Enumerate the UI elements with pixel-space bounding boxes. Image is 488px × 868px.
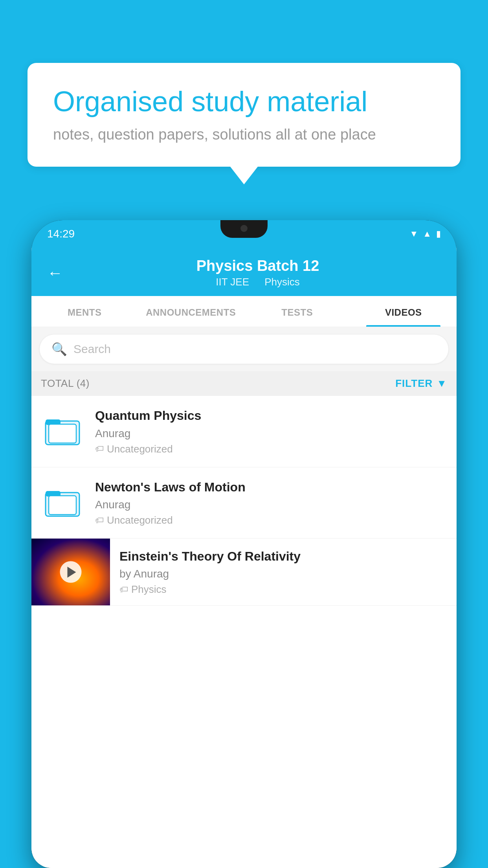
signal-icon: ▲ <box>423 229 431 239</box>
speech-bubble-section: Organised study material notes, question… <box>28 63 460 184</box>
video-thumbnail-2 <box>41 481 84 524</box>
tag-icon-3: 🏷 <box>119 585 128 595</box>
tab-ments[interactable]: MENTS <box>31 296 138 327</box>
video-title-3: Einstein's Theory Of Relativity <box>119 548 447 565</box>
bubble-title: Organised study material <box>53 85 435 118</box>
tag-text-1: Uncategorized <box>107 443 173 455</box>
filter-icon: ▼ <box>437 377 447 390</box>
battery-icon: ▮ <box>436 229 441 239</box>
list-item[interactable]: Einstein's Theory Of Relativity by Anura… <box>31 539 457 606</box>
tabs-bar: MENTS ANNOUNCEMENTS TESTS VIDEOS <box>31 296 457 327</box>
filter-label: FILTER <box>395 377 433 390</box>
video-list: Quantum Physics Anurag 🏷 Uncategorized <box>31 396 457 868</box>
subtitle-physics: Physics <box>264 276 300 288</box>
status-bar: 14:29 ▼ ▲ ▮ <box>31 220 457 248</box>
video-author-2: Anurag <box>95 498 447 511</box>
search-bar[interactable]: 🔍 Search <box>39 334 449 364</box>
play-button[interactable] <box>60 561 82 583</box>
tab-tests[interactable]: TESTS <box>244 296 350 327</box>
list-item[interactable]: Newton's Laws of Motion Anurag 🏷 Uncateg… <box>31 467 457 539</box>
notch <box>220 220 268 238</box>
app-screen: ← Physics Batch 12 IIT JEE Physics MENTS… <box>31 248 457 868</box>
video-info-1: Quantum Physics Anurag 🏷 Uncategorized <box>95 408 447 455</box>
video-author-1: Anurag <box>95 427 447 440</box>
search-bar-wrapper: 🔍 Search <box>31 327 457 371</box>
status-icons: ▼ ▲ ▮ <box>409 229 441 239</box>
einstein-thumbnail <box>31 539 110 605</box>
tab-videos[interactable]: VIDEOS <box>350 296 457 327</box>
filter-row: TOTAL (4) FILTER ▼ <box>31 371 457 396</box>
wifi-icon: ▼ <box>409 229 418 239</box>
video-info-2: Newton's Laws of Motion Anurag 🏷 Uncateg… <box>95 479 447 527</box>
search-icon: 🔍 <box>51 342 67 357</box>
tag-text-2: Uncategorized <box>107 514 173 526</box>
tag-text-3: Physics <box>131 583 167 596</box>
video-tag-1: 🏷 Uncategorized <box>95 443 447 455</box>
bubble-subtitle: notes, question papers, solutions all at… <box>53 126 435 143</box>
video-tag-2: 🏷 Uncategorized <box>95 514 447 526</box>
svg-rect-2 <box>49 424 76 443</box>
video-title-2: Newton's Laws of Motion <box>95 479 447 496</box>
video-author-3: by Anurag <box>119 568 447 580</box>
search-placeholder: Search <box>73 342 111 356</box>
back-button[interactable]: ← <box>47 264 63 282</box>
video-tag-3: 🏷 Physics <box>119 583 447 596</box>
header-title-block: Physics Batch 12 IIT JEE Physics <box>75 257 441 288</box>
tag-icon-2: 🏷 <box>95 515 104 526</box>
svg-rect-5 <box>49 496 76 515</box>
camera-dot <box>240 225 248 232</box>
list-item[interactable]: Quantum Physics Anurag 🏷 Uncategorized <box>31 396 457 467</box>
play-icon <box>67 566 76 577</box>
speech-bubble-card: Organised study material notes, question… <box>28 63 460 167</box>
video-info-3: Einstein's Theory Of Relativity by Anura… <box>110 541 457 604</box>
tag-icon-1: 🏷 <box>95 444 104 454</box>
phone-frame: 14:29 ▼ ▲ ▮ ← Physics Batch 12 IIT JEE P… <box>31 220 457 868</box>
tab-announcements[interactable]: ANNOUNCEMENTS <box>138 296 244 327</box>
app-header: ← Physics Batch 12 IIT JEE Physics <box>31 248 457 296</box>
bubble-tail <box>230 167 258 184</box>
total-count: TOTAL (4) <box>41 377 90 390</box>
filter-button[interactable]: FILTER ▼ <box>395 377 447 390</box>
video-title-1: Quantum Physics <box>95 408 447 424</box>
subtitle-iitjee: IIT JEE <box>216 276 249 288</box>
status-time: 14:29 <box>47 228 75 240</box>
batch-subtitle: IIT JEE Physics <box>75 276 441 288</box>
batch-title: Physics Batch 12 <box>75 257 441 274</box>
video-thumbnail-1 <box>41 410 84 453</box>
